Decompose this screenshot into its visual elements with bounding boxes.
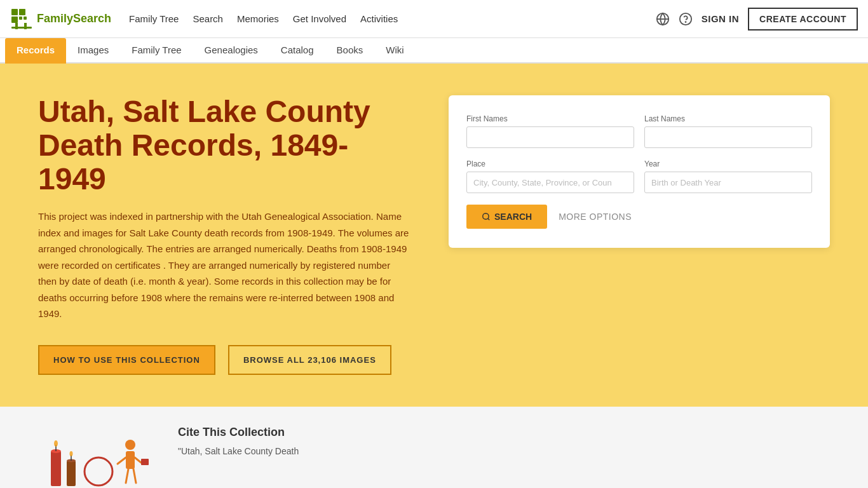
top-navigation: FamilySearch Family Tree Search Memories…: [0, 0, 868, 38]
svg-rect-3: [19, 17, 22, 20]
cite-title: Cite This Collection: [178, 426, 830, 439]
nav-link-search[interactable]: Search: [193, 13, 223, 24]
svg-rect-4: [24, 17, 27, 20]
illustration-svg: [38, 426, 153, 488]
help-icon: [679, 12, 693, 26]
help-icon-button[interactable]: [679, 12, 693, 26]
sub-navigation: Records Images Family Tree Genealogies C…: [0, 38, 868, 64]
svg-line-27: [126, 469, 128, 483]
nav-left: FamilySearch Family Tree Search Memories…: [10, 8, 398, 30]
logo-icon: [10, 8, 33, 30]
last-names-input[interactable]: [644, 126, 812, 148]
svg-rect-7: [11, 27, 32, 29]
search-actions: SEARCH MORE OPTIONS: [466, 205, 812, 229]
year-label: Year: [644, 159, 812, 168]
globe-icon-button[interactable]: [656, 12, 670, 26]
svg-point-17: [54, 440, 58, 447]
logo-text: FamilySearch: [37, 12, 111, 25]
more-options-button[interactable]: MORE OPTIONS: [559, 212, 632, 222]
svg-rect-2: [11, 17, 18, 23]
subnav-wiki[interactable]: Wiki: [374, 38, 415, 64]
last-names-field: Last Names: [644, 114, 812, 148]
subnav-genealogies[interactable]: Genealogies: [193, 38, 269, 64]
search-icon: [482, 212, 491, 221]
subnav-images[interactable]: Images: [66, 38, 120, 64]
cite-section: Cite This Collection "Utah, Salt Lake Co…: [178, 426, 830, 458]
svg-point-22: [85, 458, 112, 485]
nav-right: SIGN IN CREATE ACCOUNT: [656, 8, 858, 30]
subnav-catalog[interactable]: Catalog: [269, 38, 325, 64]
first-names-input[interactable]: [466, 126, 634, 148]
svg-line-28: [133, 469, 136, 483]
logo[interactable]: FamilySearch: [10, 8, 111, 30]
svg-rect-18: [67, 461, 76, 486]
hero-content: Utah, Salt Lake County Death Records, 18…: [38, 95, 410, 375]
nav-link-get-involved[interactable]: Get Involved: [293, 13, 346, 24]
year-input[interactable]: [644, 172, 812, 193]
page-title: Utah, Salt Lake County Death Records, 18…: [38, 95, 410, 196]
bottom-section: Cite This Collection "Utah, Salt Lake Co…: [0, 407, 868, 488]
name-search-row: First Names Last Names: [466, 114, 812, 148]
search-card: First Names Last Names Place Year: [449, 95, 830, 248]
hero-section: Utah, Salt Lake County Death Records, 18…: [0, 64, 868, 407]
search-button[interactable]: SEARCH: [466, 205, 547, 229]
first-names-field: First Names: [466, 114, 634, 148]
svg-line-25: [118, 458, 126, 464]
svg-rect-14: [51, 451, 61, 486]
svg-line-26: [135, 458, 141, 463]
main-nav-links: Family Tree Search Memories Get Involved…: [129, 13, 398, 24]
how-to-use-button[interactable]: HOW TO USE THIS COLLECTION: [38, 345, 215, 375]
year-field: Year: [644, 159, 812, 193]
subnav-records[interactable]: Records: [5, 38, 66, 64]
last-names-label: Last Names: [644, 114, 812, 123]
svg-rect-29: [141, 459, 149, 465]
svg-rect-1: [19, 9, 25, 15]
place-label: Place: [466, 159, 634, 168]
place-field: Place: [466, 159, 634, 193]
subnav-books[interactable]: Books: [325, 38, 375, 64]
sign-in-button[interactable]: SIGN IN: [702, 13, 739, 24]
nav-link-activities[interactable]: Activities: [360, 13, 398, 24]
nav-link-family-tree[interactable]: Family Tree: [129, 13, 179, 24]
subnav-family-tree[interactable]: Family Tree: [120, 38, 193, 64]
svg-point-21: [70, 451, 73, 456]
place-input[interactable]: [466, 172, 634, 193]
browse-images-button[interactable]: BROWSE ALL 23,106 IMAGES: [228, 345, 391, 375]
hero-description: This project was indexed in partnership …: [38, 208, 410, 322]
svg-rect-24: [126, 451, 135, 469]
svg-point-23: [125, 440, 135, 450]
first-names-label: First Names: [466, 114, 634, 123]
svg-line-13: [488, 219, 490, 220]
create-account-button[interactable]: CREATE ACCOUNT: [748, 8, 858, 30]
illustration: [38, 426, 153, 488]
place-year-search-row: Place Year: [466, 159, 812, 193]
nav-link-memories[interactable]: Memories: [237, 13, 279, 24]
svg-rect-0: [11, 9, 18, 15]
globe-icon: [656, 12, 670, 26]
cite-content: "Utah, Salt Lake County Death: [178, 444, 830, 458]
hero-buttons: HOW TO USE THIS COLLECTION BROWSE ALL 23…: [38, 345, 410, 375]
svg-point-12: [483, 214, 489, 219]
